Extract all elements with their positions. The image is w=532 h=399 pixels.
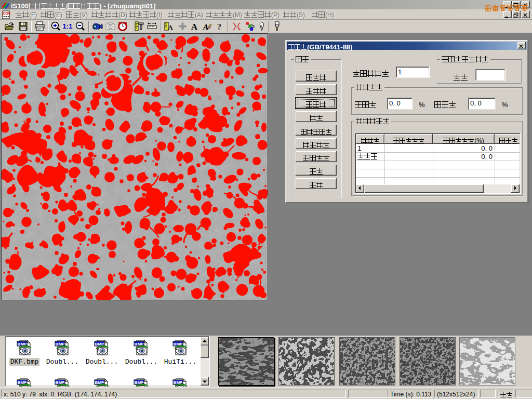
svg-text:?: ? — [217, 22, 222, 32]
svg-text:A: A — [191, 22, 198, 32]
svg-text:A: A — [203, 23, 208, 31]
svg-text:A: A — [168, 23, 173, 31]
svg-text:DOC: DOC — [3, 11, 10, 15]
svg-text:1:1: 1:1 — [63, 22, 73, 30]
